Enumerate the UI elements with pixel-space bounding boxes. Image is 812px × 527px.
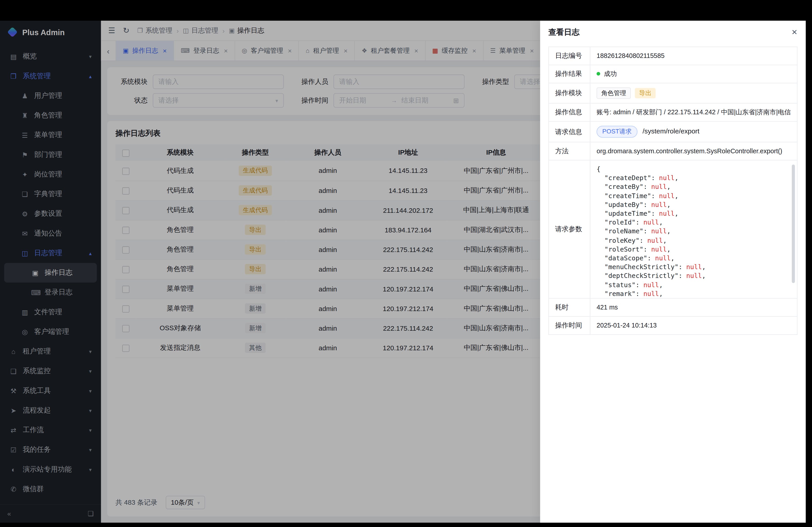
detail-value-result: 成功 [590,65,797,83]
detail-label: 操作信息 [549,103,590,121]
bottom-black-bar [0,523,812,527]
log-detail-body: 日志编号1882612840802115585操作结果成功操作模块角色管理导出操… [549,47,797,335]
drawer-header: 查看日志 ✕ [540,21,806,44]
drawer-title: 查看日志 [548,27,579,37]
detail-row-duration: 耗时421 ms [549,298,797,316]
right-black-strip [806,0,812,527]
detail-value-info: 账号: admin / 研发部门 / 222.175.114.242 / 中国|… [590,103,797,121]
detail-label: 方法 [549,142,590,160]
scrollbar-thumb[interactable] [792,165,795,283]
detail-value-time: 2025-01-24 10:14:13 [590,316,797,334]
status-dot [597,72,600,75]
detail-row-info: 操作信息账号: admin / 研发部门 / 222.175.114.242 /… [549,103,797,121]
module-tag: 导出 [635,88,656,98]
detail-label: 耗时 [549,298,590,316]
detail-row-time: 操作时间2025-01-24 10:14:13 [549,316,797,334]
detail-value-method: org.dromara.system.controller.system.Sys… [590,142,797,160]
detail-label: 请求信息 [549,121,590,142]
request-method-tag: POST请求 [597,126,637,138]
detail-value-duration: 421 ms [590,298,797,316]
detail-row-method: 方法org.dromara.system.controller.system.S… [549,142,797,160]
detail-row-params: 请求参数{ "createDept": null, "createBy": nu… [549,160,797,298]
detail-value-log-id: 1882612840802115585 [590,47,797,65]
close-icon[interactable]: ✕ [792,28,798,36]
log-detail-table: 日志编号1882612840802115585操作结果成功操作模块角色管理导出操… [548,47,797,335]
view-log-drawer: 查看日志 ✕ 日志编号1882612840802115585操作结果成功操作模块… [540,21,806,523]
detail-row-result: 操作结果成功 [549,65,797,83]
request-url: /system/role/export [643,127,699,135]
module-tag: 角色管理 [597,88,631,99]
detail-row-log-id: 日志编号1882612840802115585 [549,47,797,65]
status-text: 成功 [604,70,617,77]
detail-row-module: 操作模块角色管理导出 [549,83,797,103]
screen: Plus Admin ▤ 概览 ▾ ❐ 系统管理 ▴ ♟ 用户管理 ♜ 角色管理… [0,0,812,527]
detail-value-params: { "createDept": null, "createBy": null, … [590,160,797,298]
detail-label: 日志编号 [549,47,590,65]
drawer-body: 日志编号1882612840802115585操作结果成功操作模块角色管理导出操… [540,44,806,523]
detail-value-request: POST请求/system/role/export [590,121,797,142]
detail-label: 操作时间 [549,316,590,334]
detail-label: 操作模块 [549,83,590,103]
request-params-json[interactable]: { "createDept": null, "createBy": null, … [591,161,797,298]
detail-value-module: 角色管理导出 [590,83,797,103]
detail-label: 请求参数 [549,160,590,298]
detail-row-request: 请求信息POST请求/system/role/export [549,121,797,142]
detail-label: 操作结果 [549,65,590,83]
